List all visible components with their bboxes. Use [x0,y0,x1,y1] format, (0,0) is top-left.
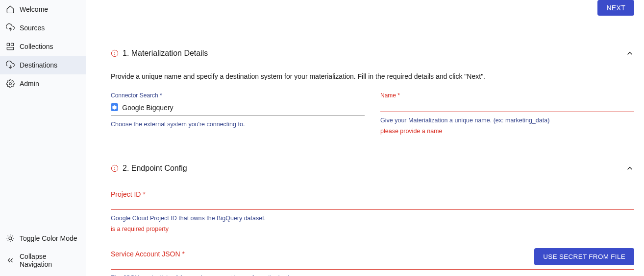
section-title: 1. Materialization Details [123,49,208,58]
alert-icon [111,49,119,57]
svg-rect-0 [7,43,9,46]
chevron-up-icon [625,164,634,173]
connector-search-label: Connector Search [111,92,365,99]
svg-line-8 [12,240,13,241]
sidebar: Welcome Sources Collections Destinations… [0,0,86,276]
collections-icon [6,42,15,51]
sidebar-item-label: Admin [20,80,39,88]
connector-search-input[interactable] [122,101,365,114]
connector-search-field: Connector Search Choose the external sys… [111,92,365,135]
sun-icon [6,234,15,243]
sidebar-item-destinations[interactable]: Destinations [0,56,86,74]
toggle-color-mode[interactable]: Toggle Color Mode [0,229,86,248]
name-field: Name Give your Materialization a unique … [380,92,634,135]
bigquery-icon [111,103,118,111]
section-description: Provide a unique name and specify a dest… [111,72,634,80]
svg-line-11 [8,240,8,241]
download-cloud-icon [6,61,15,69]
svg-point-4 [9,237,12,240]
sidebar-item-sources[interactable]: Sources [0,19,86,37]
project-id-help: Google Cloud Project ID that owns the Bi… [111,215,634,222]
connector-search-input-wrap[interactable] [111,99,365,116]
svg-point-15 [115,54,115,55]
sidebar-item-label: Sources [20,24,45,32]
svg-point-18 [115,169,115,170]
sidebar-item-label: Toggle Color Mode [20,234,77,242]
section-title: 2. Endpoint Config [123,164,187,173]
project-id-label: Project ID [111,190,634,198]
collapse-icon [6,256,15,265]
upload-cloud-icon [6,23,15,32]
gear-icon [6,79,15,88]
sidebar-item-admin[interactable]: Admin [0,74,86,93]
name-error: please provide a name [380,128,634,135]
project-id-error: is a required property [111,226,634,232]
svg-line-7 [8,236,8,236]
name-label: Name [380,92,634,99]
svg-rect-1 [11,43,14,46]
next-button[interactable]: NEXT [597,0,634,16]
name-help: Give your Materialization a unique name.… [380,117,634,124]
connector-help: Choose the external system you're connec… [111,121,365,128]
sidebar-item-label: Collapse Navigation [20,253,80,268]
svg-line-12 [12,236,13,236]
svg-rect-2 [7,47,14,50]
section-materialization-details: 1. Materialization Details Provide a uni… [111,49,634,135]
sidebar-item-collections[interactable]: Collections [0,37,86,56]
chevron-up-icon [625,49,634,58]
sidebar-item-label: Destinations [20,61,57,69]
section-endpoint-config: 2. Endpoint Config Project ID Google Clo… [111,164,634,276]
section-header-2[interactable]: 2. Endpoint Config [111,164,634,173]
collapse-navigation[interactable]: Collapse Navigation [0,248,86,273]
use-secret-button[interactable]: USE SECRET FROM FILE [534,248,634,265]
section-header-1[interactable]: 1. Materialization Details [111,49,634,58]
project-id-input[interactable] [111,198,634,210]
svg-point-3 [9,83,12,85]
service-account-field: USE SECRET FROM FILE Service Account JSO… [111,250,634,276]
alert-icon [111,164,119,172]
project-id-field: Project ID Google Cloud Project ID that … [111,190,634,232]
sidebar-item-label: Welcome [20,5,48,13]
name-input[interactable] [380,99,634,112]
sidebar-item-label: Collections [20,43,53,50]
home-icon [6,5,15,14]
main-content: NEXT 1. Materialization Details Provide … [86,0,644,276]
sidebar-item-welcome[interactable]: Welcome [0,0,86,19]
